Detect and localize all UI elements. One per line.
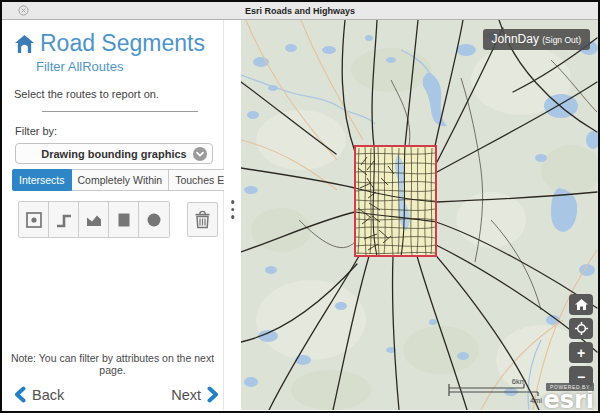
home-extent-button[interactable] [569,294,593,315]
panel-resize-handle[interactable] [224,20,241,410]
polygon-icon [85,211,103,229]
username-label: JohnDay [492,32,539,46]
scale-mi-label: 4mi [530,396,542,404]
panel-header: Road Segments [14,33,223,54]
page-title: Road Segments [40,33,205,54]
drag-dots-icon [231,196,235,223]
home-map-icon [575,299,588,310]
polyline-icon [55,211,73,229]
signout-label: (Sign Out) [542,35,581,45]
map-container[interactable]: JohnDay (Sign Out) + − 6km 4mi [241,20,598,410]
draw-toolbar [18,201,223,238]
point-tool-button[interactable] [19,202,49,237]
filter-allroutes-link[interactable]: Filter AllRoutes [36,59,223,74]
back-button[interactable]: Back [14,386,64,403]
signout-button[interactable]: JohnDay (Sign Out) [483,29,590,50]
rectangle-icon [115,211,133,229]
powered-by-label: POWERED BY [546,383,594,391]
filter-by-label: Filter by: [15,125,223,137]
home-icon [14,34,35,54]
basemap [241,20,598,410]
app-window: Esri Roads and Highways Road Segments Fi… [0,0,600,413]
scale-km-label: 6km [512,377,526,386]
description-text: Select the routes to report on. [14,88,223,100]
chevron-left-icon [14,386,26,403]
ellipse-icon [145,211,163,229]
trash-icon [194,210,211,229]
locate-button[interactable] [569,318,593,339]
esri-brand-label: esri [543,390,594,410]
zoom-in-button[interactable]: + [569,342,593,363]
tab-intersects[interactable]: Intersects [12,169,72,191]
titlebar: Esri Roads and Highways [2,2,598,20]
chevron-down-icon [193,147,207,161]
note-text: Note: You can filter by attributes on th… [2,352,223,376]
window-title: Esri Roads and Highways [245,6,355,16]
tab-completely-within[interactable]: Completely Within [72,169,170,191]
filter-dropdown[interactable]: Drawing bounding graphics [15,143,213,164]
spatial-filter-tabs: Intersects Completely Within Touches Edg… [12,169,223,191]
chevron-right-icon [207,386,219,403]
point-icon [25,211,43,229]
clear-graphics-button[interactable] [187,202,218,237]
map-controls: + − [569,291,593,387]
next-label: Next [171,387,201,403]
polyline-tool-button[interactable] [49,202,79,237]
esri-logo: POWERED BY esri [543,383,594,410]
draw-tool-group [18,201,170,238]
locate-icon [575,322,588,335]
next-button[interactable]: Next [171,386,219,403]
close-icon[interactable] [18,5,29,16]
polygon-tool-button[interactable] [79,202,109,237]
ellipse-tool-button[interactable] [139,202,169,237]
divider [42,111,198,112]
rectangle-tool-button[interactable] [109,202,139,237]
dropdown-value: Drawing bounding graphics [41,148,186,160]
back-label: Back [32,387,64,403]
left-panel: Road Segments Filter AllRoutes Select th… [2,20,224,410]
scale-bar: 6km 4mi [446,376,546,404]
wizard-footer: Back Next [14,386,219,403]
